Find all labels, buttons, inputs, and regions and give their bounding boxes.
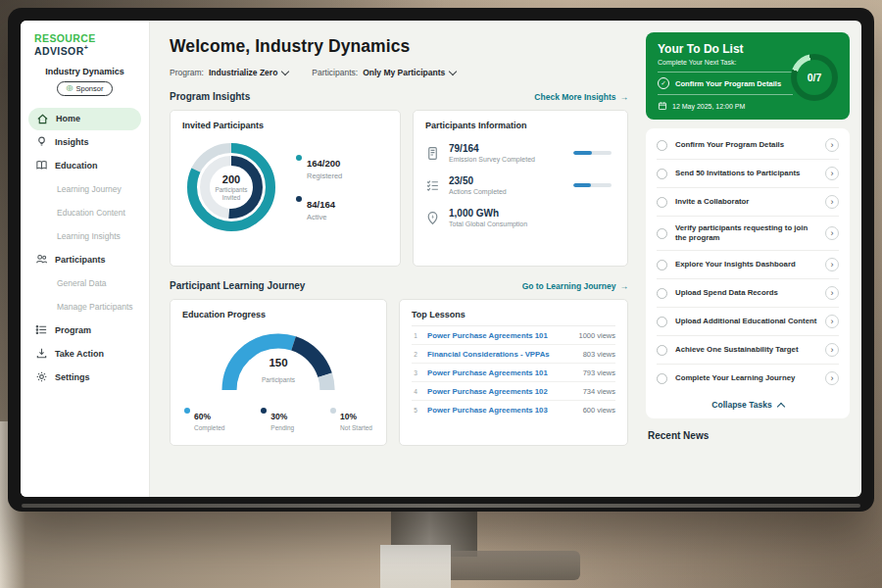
logo-advisor: ADVISOR	[34, 45, 84, 57]
chevron-right-icon[interactable]: ›	[825, 226, 839, 240]
lesson-link[interactable]: Power Purchase Agreements 101	[427, 368, 575, 377]
stat-emission-survey: 79/164 Emission Survey Completed	[425, 143, 615, 163]
monitor-stand-highlight	[380, 545, 451, 588]
lesson-link[interactable]: Power Purchase Agreements 102	[427, 387, 575, 396]
sidebar-item-general-data[interactable]: General Data	[21, 271, 149, 295]
task-checkbox[interactable]	[657, 317, 667, 327]
chevron-right-icon[interactable]: ›	[825, 371, 839, 385]
task-checkbox[interactable]	[657, 260, 667, 270]
task-row[interactable]: Explore Your Insights Dashboard ›	[657, 251, 839, 279]
task-checkbox[interactable]	[657, 140, 667, 151]
list-icon	[35, 323, 48, 336]
task-row[interactable]: Upload Spend Data Records ›	[657, 279, 839, 308]
bulb-icon	[35, 135, 48, 148]
sidebar: RESOURCE ADVISOR+ Industry Dynamics ◎ Sp…	[21, 21, 150, 497]
lesson-row: 4 Power Purchase Agreements 102 734 view…	[412, 382, 615, 401]
pinfo-card-title: Participants Information	[425, 121, 615, 130]
task-row[interactable]: Complete Your Learning Journey ›	[657, 365, 839, 392]
page-title: Welcome, Industry Dynamics	[170, 36, 628, 57]
gear-icon	[35, 370, 48, 383]
task-row[interactable]: Achieve One Sustainability Target ›	[657, 336, 839, 365]
participants-filter-label: Participants:	[312, 68, 358, 77]
arrow-right-icon: →	[620, 281, 629, 291]
stat-actions-completed: 23/50 Actions Completed	[425, 175, 615, 195]
sidebar-item-settings[interactable]: Settings	[21, 366, 149, 389]
pending-dot	[261, 408, 267, 414]
invited-card-title: Invited Participants	[182, 121, 388, 130]
chevron-right-icon[interactable]: ›	[825, 315, 839, 328]
main-content: Welcome, Industry Dynamics Program: Indu…	[150, 21, 642, 497]
task-row[interactable]: Send 50 Invitations to Participants ›	[657, 160, 839, 188]
chevron-right-icon[interactable]: ›	[825, 167, 839, 180]
check-more-insights-link[interactable]: Check More Insights →	[534, 92, 628, 102]
calendar-icon	[658, 101, 667, 111]
task-row[interactable]: Invite a Collaborator ›	[657, 188, 839, 217]
actions-completed-progress	[573, 183, 612, 187]
sidebar-item-home[interactable]: Home	[28, 108, 141, 130]
book-icon	[35, 159, 48, 172]
todo-next-task[interactable]: ✓ Confirm Your Program Details	[658, 72, 793, 95]
task-checkbox[interactable]	[657, 197, 667, 208]
sidebar-item-take-action[interactable]: Take Action	[21, 342, 149, 366]
education-progress-card: Education Progress 150 Participants	[170, 299, 387, 446]
task-checkbox[interactable]	[657, 373, 667, 384]
task-checkbox[interactable]	[657, 228, 667, 239]
gauge-center-label: Participants	[262, 376, 295, 383]
todo-due-date: 12 May 2025, 12:00 PM	[658, 101, 838, 111]
emission-survey-progress	[573, 151, 612, 155]
app-logo: RESOURCE ADVISOR+	[21, 32, 149, 57]
donut-center-label: Participants Invited	[210, 186, 253, 202]
task-checkbox[interactable]	[657, 169, 667, 179]
legend-not-started: 10% Not Started	[330, 406, 372, 431]
program-filter-label: Program:	[170, 68, 204, 77]
completed-dot	[184, 408, 190, 414]
lesson-link[interactable]: Financial Considerations - VPPAs	[427, 350, 575, 359]
sidebar-item-insights[interactable]: Insights	[21, 130, 149, 154]
gauge-center-value: 150	[214, 357, 343, 368]
legend-registered: 164/200 Registered	[296, 153, 342, 180]
task-row[interactable]: Confirm Your Program Details ›	[657, 131, 839, 160]
task-checkbox[interactable]	[657, 288, 667, 299]
donut-center-value: 200	[222, 173, 240, 185]
lesson-link[interactable]: Power Purchase Agreements 103	[427, 406, 575, 415]
chevron-right-icon[interactable]: ›	[825, 138, 839, 152]
monitor-stand-base	[443, 551, 580, 580]
top-lessons-card: Top Lessons 1 Power Purchase Agreements …	[399, 299, 628, 446]
participants-information-card: Participants Information 79/164 Emission…	[413, 110, 628, 267]
lesson-row: 1 Power Purchase Agreements 101 1000 vie…	[412, 326, 615, 345]
sidebar-item-manage-participants[interactable]: Manage Participants	[21, 295, 149, 318]
sidebar-item-education-content[interactable]: Education Content	[21, 201, 149, 224]
participants-filter[interactable]: Participants: Only My Participants	[312, 68, 456, 77]
chevron-up-icon	[776, 403, 784, 411]
chevron-right-icon[interactable]: ›	[825, 286, 839, 300]
legend-completed: 60% Completed	[184, 406, 224, 431]
sidebar-item-participants[interactable]: Participants	[21, 248, 149, 271]
task-row[interactable]: Verify participants requesting to join t…	[657, 217, 839, 251]
chevron-right-icon[interactable]: ›	[825, 343, 839, 357]
task-row[interactable]: Upload Additional Educational Content ›	[657, 308, 839, 336]
program-filter[interactable]: Program: Industrialize Zero	[170, 68, 288, 77]
active-dot	[296, 196, 302, 202]
lessons-card-title: Top Lessons	[412, 310, 615, 326]
sidebar-item-learning-journey[interactable]: Learning Journey	[21, 177, 149, 201]
energy-pin-icon	[425, 211, 440, 225]
go-to-learning-journey-link[interactable]: Go to Learning Journey →	[522, 281, 628, 291]
sidebar-item-learning-insights[interactable]: Learning Insights	[21, 224, 149, 248]
chevron-right-icon[interactable]: ›	[825, 258, 839, 271]
sidebar-item-program[interactable]: Program	[21, 318, 149, 342]
chevron-right-icon[interactable]: ›	[825, 195, 839, 209]
participants-filter-value: Only My Participants	[363, 68, 445, 77]
sponsor-icon: ◎	[67, 84, 74, 92]
collapse-tasks-button[interactable]: Collapse Tasks	[657, 392, 839, 416]
learning-journey-title: Participant Learning Journey	[170, 280, 305, 291]
task-checkbox[interactable]	[657, 345, 667, 356]
program-insights-title: Program Insights	[170, 91, 250, 102]
lesson-row: 2 Financial Considerations - VPPAs 803 v…	[412, 345, 615, 364]
not-started-dot	[330, 408, 336, 414]
todo-progress-ring: 0/7	[791, 54, 838, 101]
caret-down-icon	[281, 67, 289, 74]
people-icon	[35, 253, 48, 266]
sidebar-item-education[interactable]: Education	[21, 154, 149, 177]
lesson-link[interactable]: Power Purchase Agreements 101	[427, 331, 570, 340]
caret-down-icon	[449, 67, 457, 74]
